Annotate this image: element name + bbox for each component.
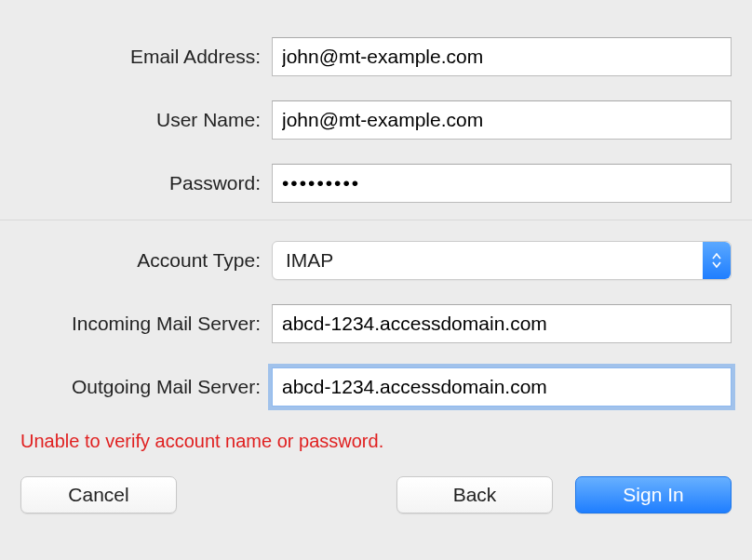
password-label: Password: <box>20 172 272 194</box>
credentials-section: Email Address: User Name: Password: <box>0 0 752 220</box>
email-row: Email Address: <box>20 37 732 76</box>
password-input[interactable] <box>272 164 732 203</box>
email-input[interactable] <box>272 37 732 76</box>
account-type-row: Account Type: IMAP <box>20 241 732 280</box>
error-message: Unable to verify account name or passwor… <box>20 431 732 452</box>
username-label: User Name: <box>20 109 272 131</box>
incoming-server-label: Incoming Mail Server: <box>20 313 272 335</box>
server-section: Account Type: IMAP Incoming Mail Server:… <box>0 220 752 534</box>
cancel-button[interactable]: Cancel <box>20 476 177 513</box>
password-row: Password: <box>20 164 732 203</box>
incoming-server-input[interactable] <box>272 304 732 343</box>
email-label: Email Address: <box>20 46 272 68</box>
account-type-label: Account Type: <box>20 249 272 272</box>
updown-arrows-icon <box>703 242 731 279</box>
account-type-select[interactable]: IMAP <box>272 241 732 280</box>
signin-button[interactable]: Sign In <box>575 476 732 513</box>
username-row: User Name: <box>20 100 732 140</box>
back-button[interactable]: Back <box>396 476 553 513</box>
button-row: Cancel Back Sign In <box>20 476 732 513</box>
outgoing-server-label: Outgoing Mail Server: <box>20 376 272 398</box>
account-type-value: IMAP <box>286 249 333 272</box>
outgoing-server-row: Outgoing Mail Server: <box>20 367 732 407</box>
button-spacer <box>199 476 374 513</box>
incoming-server-row: Incoming Mail Server: <box>20 304 732 343</box>
username-input[interactable] <box>272 100 732 140</box>
outgoing-server-input[interactable] <box>272 367 732 407</box>
